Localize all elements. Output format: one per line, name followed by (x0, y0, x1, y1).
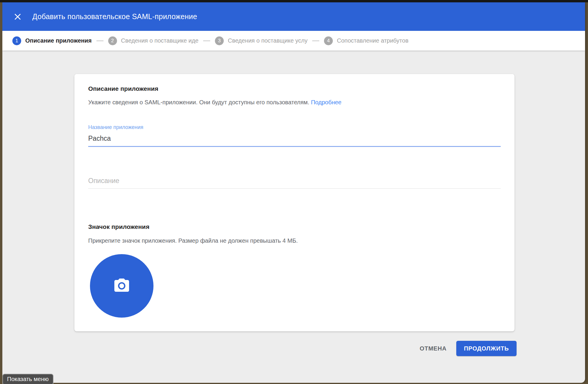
app-details-description: Укажите сведения о SAML-приложении. Они … (88, 99, 501, 106)
description-text: Укажите сведения о SAML-приложении. Они … (88, 99, 309, 105)
learn-more-link[interactable]: Подробнее (311, 99, 342, 105)
stepper-step-sp-details: 3 Сведения о поставщике услу (215, 36, 308, 45)
cancel-button[interactable]: ОТМЕНА (413, 341, 454, 356)
step-label: Описание приложения (25, 37, 92, 44)
app-icon-title: Значок приложения (88, 223, 501, 230)
continue-button[interactable]: ПРОДОЛЖИТЬ (456, 341, 517, 356)
close-button[interactable] (11, 10, 25, 24)
step-connector (203, 41, 210, 41)
step-label: Сведения о поставщике иде (121, 37, 199, 44)
step-number-badge: 3 (215, 36, 224, 45)
dialog-footer: ОТМЕНА ПРОДОЛЖИТЬ (413, 341, 517, 356)
step-number-badge: 1 (12, 36, 21, 45)
app-details-title: Описание приложения (88, 85, 501, 92)
step-label: Сведения о поставщике услу (228, 37, 308, 44)
stepper-step-app-details: 1 Описание приложения (12, 36, 92, 45)
upload-icon-button[interactable] (90, 254, 153, 318)
stepper-step-attribute-mapping: 4 Сопоставление атрибутов (324, 36, 408, 45)
app-details-card: Описание приложения Укажите сведения о S… (74, 74, 514, 331)
app-name-label: Название приложения (88, 124, 501, 130)
step-connector (312, 41, 319, 41)
app-description-input[interactable] (88, 173, 501, 189)
saml-app-dialog: Добавить пользовательское SAML-приложени… (2, 2, 585, 383)
step-number-badge: 2 (108, 36, 117, 45)
close-x-icon (14, 13, 22, 21)
step-connector (96, 41, 103, 41)
wizard-stepper: 1 Описание приложения 2 Сведения о поста… (2, 31, 585, 51)
step-label: Сопоставление атрибутов (337, 37, 408, 44)
show-menu-tooltip: Показать меню (2, 374, 54, 384)
step-number-badge: 4 (324, 36, 333, 45)
dialog-title: Добавить пользовательское SAML-приложени… (32, 12, 197, 21)
app-icon-description: Прикрепите значок приложения. Размер фай… (88, 237, 501, 244)
app-name-input[interactable] (88, 130, 501, 147)
dialog-header: Добавить пользовательское SAML-приложени… (2, 2, 585, 31)
screen-top-edge (0, 0, 588, 2)
app-name-field: Название приложения (88, 124, 501, 147)
photo-camera-icon (113, 277, 131, 295)
app-description-field (88, 173, 501, 189)
stepper-step-idp-details: 2 Сведения о поставщике иде (108, 36, 199, 45)
